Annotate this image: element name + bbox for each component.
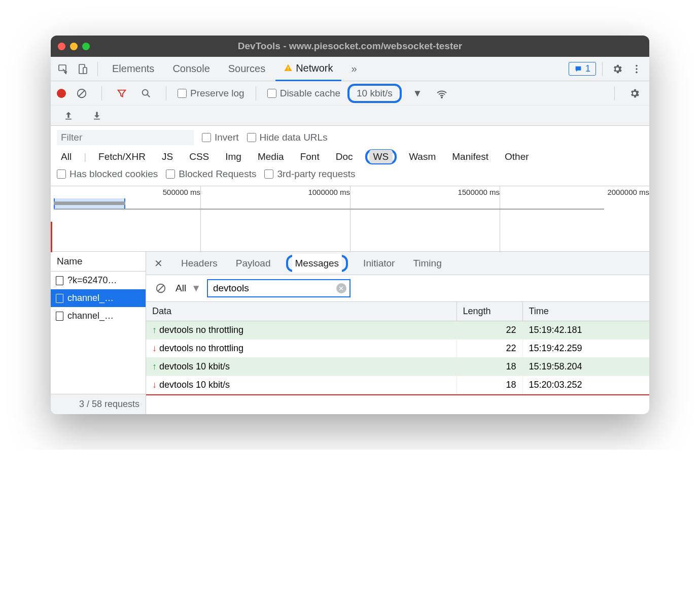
network-conditions-icon[interactable] [433,85,450,102]
tab-messages[interactable]: Messages [292,254,342,273]
tab-payload[interactable]: Payload [233,254,274,273]
tab-elements[interactable]: Elements [104,57,162,81]
filter-input[interactable] [57,130,194,145]
tab-network[interactable]: Network [275,57,341,81]
type-font[interactable]: Font [296,150,324,164]
upload-har-icon[interactable] [60,107,77,124]
third-party-checkbox[interactable]: 3rd-party requests [264,168,355,180]
svg-point-9 [143,89,148,95]
request-row[interactable]: channel_… [51,307,146,325]
type-doc[interactable]: Doc [332,150,357,164]
message-filter-bar: All ▼ ✕ [146,275,649,302]
timeline-tick: 500000 ms [163,188,200,196]
message-row[interactable]: ↓ devtools no throttling 22 15:19:42.259 [146,340,649,358]
clear-icon[interactable] [73,85,90,102]
clear-filter-icon[interactable]: ✕ [336,283,346,293]
devtools-window: DevTools - www.piesocket.com/websocket-t… [51,36,649,414]
filter-icon[interactable] [113,85,130,102]
blocked-cookies-checkbox[interactable]: Has blocked cookies [57,168,158,180]
import-export-toolbar [51,106,649,126]
type-js[interactable]: JS [158,150,177,164]
table-end-marker [146,394,649,395]
message-filter-input[interactable] [207,279,351,297]
request-row[interactable]: channel_… [51,289,146,307]
col-time[interactable]: Time [522,302,649,321]
close-detail-button[interactable]: ✕ [151,257,166,269]
name-column-header[interactable]: Name [51,252,146,272]
inspect-element-icon[interactable] [55,60,72,78]
message-type-select[interactable]: All ▼ [176,283,201,294]
svg-rect-0 [59,65,66,71]
throttling-dropdown-icon[interactable]: ▼ [409,85,426,102]
titlebar: DevTools - www.piesocket.com/websocket-t… [51,36,649,57]
search-icon[interactable] [137,85,155,102]
type-media[interactable]: Media [254,150,288,164]
warning-icon [284,63,293,73]
main-panel: Name ?k=62470… channel_… channel_… 3 / 5… [51,252,649,414]
message-row[interactable]: ↓ devtools 10 kbit/s 18 15:20:03.252 [146,376,649,394]
message-icon [574,65,582,73]
svg-rect-12 [94,118,100,119]
svg-point-6 [636,68,638,70]
type-img[interactable]: Img [221,150,246,164]
maximize-window-button[interactable] [82,43,90,50]
arrow-down-icon: ↓ [152,343,157,353]
tab-console[interactable]: Console [164,57,218,81]
invert-checkbox[interactable]: Invert [202,132,239,143]
type-wasm[interactable]: Wasm [405,150,440,164]
request-detail: ✕ Headers Payload Messages Initiator Tim… [146,252,649,414]
device-toolbar-icon[interactable] [74,60,91,78]
tab-headers[interactable]: Headers [178,254,221,273]
type-manifest[interactable]: Manifest [448,150,493,164]
message-row[interactable]: ↑ devtools 10 kbit/s 18 15:19:58.204 [146,358,649,376]
tab-sources[interactable]: Sources [220,57,273,81]
type-other[interactable]: Other [501,150,533,164]
disable-cache-checkbox[interactable]: Disable cache [267,88,340,99]
network-settings-icon[interactable] [626,85,643,102]
col-data[interactable]: Data [146,302,457,321]
download-har-icon[interactable] [88,107,106,124]
col-length[interactable]: Length [457,302,522,321]
svg-point-5 [636,64,638,66]
document-icon [56,312,63,321]
type-css[interactable]: CSS [185,150,213,164]
request-list: Name ?k=62470… channel_… channel_… 3 / 5… [51,252,146,414]
type-ws[interactable]: WS [369,150,393,163]
timeline-tick: 1500000 ms [458,188,500,196]
request-row[interactable]: ?k=62470… [51,272,146,289]
filter-bar: Invert Hide data URLs All | Fetch/XHR JS… [51,126,649,186]
message-row[interactable]: ↑ devtools no throttling 22 15:19:42.181 [146,321,649,340]
request-count: 3 / 58 requests [51,394,146,414]
document-icon [56,294,63,303]
settings-icon[interactable] [609,60,626,78]
issues-badge[interactable]: 1 [569,62,596,76]
detail-tabs: ✕ Headers Payload Messages Initiator Tim… [146,252,649,275]
hide-data-urls-checkbox[interactable]: Hide data URLs [247,132,328,143]
timeline-overview[interactable]: 500000 ms 1000000 ms 1500000 ms 2000000 … [51,186,649,252]
type-all[interactable]: All [57,150,76,164]
throttling-select[interactable]: 10 kbit/s [347,84,402,103]
document-icon [56,276,63,285]
main-toolbar: Elements Console Sources Network » 1 [51,57,649,81]
tab-timing[interactable]: Timing [410,254,444,273]
preserve-log-checkbox[interactable]: Preserve log [178,88,244,99]
kebab-menu-icon[interactable] [628,60,645,78]
type-fetch-xhr[interactable]: Fetch/XHR [94,150,150,164]
clear-messages-icon[interactable] [152,280,169,297]
svg-point-7 [636,71,638,73]
timeline-tick: 2000000 ms [607,188,649,196]
arrow-down-icon: ↓ [152,380,157,390]
window-controls [58,43,90,50]
svg-rect-3 [288,67,289,69]
svg-rect-4 [288,70,289,71]
close-window-button[interactable] [58,43,65,50]
blocked-requests-checkbox[interactable]: Blocked Requests [166,168,256,180]
network-toolbar: Preserve log Disable cache 10 kbit/s ▼ [51,81,649,106]
svg-rect-2 [83,67,87,74]
svg-rect-11 [65,118,72,119]
tabs-overflow[interactable]: » [343,57,365,81]
minimize-window-button[interactable] [70,43,78,50]
tab-initiator[interactable]: Initiator [360,254,398,273]
record-button[interactable] [57,89,66,98]
window-title: DevTools - www.piesocket.com/websocket-t… [51,41,649,52]
